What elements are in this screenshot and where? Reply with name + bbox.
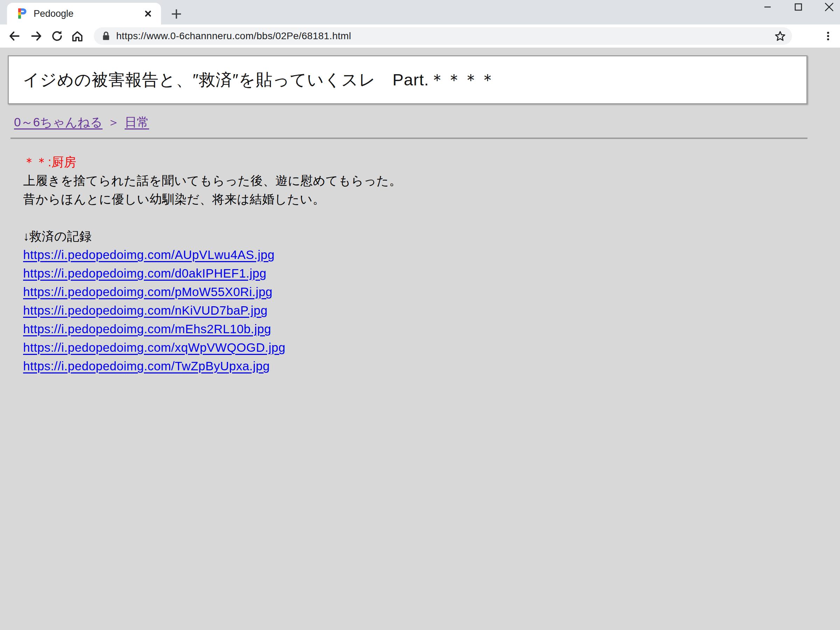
image-links-list: https://i.pedopedoimg.com/AUpVLwu4AS.jpg… — [23, 245, 401, 375]
browser-toolbar: https://www.0-6channneru.com/bbs/02Pe/68… — [0, 25, 840, 47]
browser-window: Pedoogle — [0, 0, 840, 630]
post-author-line: ＊＊:厨房 — [23, 153, 401, 171]
tab-close-icon[interactable] — [142, 8, 154, 20]
post-body: ＊＊:厨房 上履きを捨てられた話を聞いてもらった後、遊に慰めてもらった。 昔から… — [23, 153, 401, 375]
lock-icon[interactable] — [101, 31, 111, 41]
image-link[interactable]: https://i.pedopedoimg.com/d0akIPHEF1.jpg — [23, 264, 266, 283]
minimize-icon[interactable] — [762, 2, 773, 12]
favicon-pedoogle-icon — [16, 7, 27, 20]
address-bar[interactable]: https://www.0-6channneru.com/bbs/02Pe/68… — [94, 27, 792, 45]
window-close-icon[interactable] — [824, 2, 834, 12]
tab-title: Pedoogle — [33, 8, 74, 19]
forward-icon[interactable] — [30, 29, 43, 43]
image-link[interactable]: https://i.pedopedoimg.com/nKiVUD7baP.jpg — [23, 301, 267, 319]
image-link[interactable]: https://i.pedopedoimg.com/xqWpVWQOGD.jpg — [23, 338, 285, 357]
back-icon[interactable] — [8, 29, 21, 43]
post-text-line: 昔からほんとに優しい幼馴染だ、将来は結婚したい。 — [23, 190, 401, 208]
bookmark-star-icon[interactable] — [773, 29, 787, 43]
window-controls — [762, 1, 834, 13]
image-link[interactable]: https://i.pedopedoimg.com/mEhs2RL10b.jpg — [23, 319, 271, 338]
home-icon[interactable] — [71, 29, 84, 43]
image-link[interactable]: https://i.pedopedoimg.com/pMoW55X0Ri.jpg — [23, 283, 273, 301]
breadcrumb-separator: ＞ — [107, 115, 120, 129]
browser-tab[interactable]: Pedoogle — [7, 3, 161, 25]
new-tab-icon[interactable] — [169, 6, 184, 22]
post-text-line: 上履きを捨てられた話を聞いてもらった後、遊に慰めてもらった。 — [23, 171, 401, 190]
blank-line — [23, 208, 401, 227]
breadcrumb: 0～6ちゃんねる＞日常 — [14, 114, 149, 131]
horizontal-divider — [11, 137, 807, 139]
image-link[interactable]: https://i.pedopedoimg.com/AUpVLwu4AS.jpg — [23, 245, 275, 264]
breadcrumb-category-link[interactable]: 日常 — [125, 115, 149, 129]
thread-title: イジめの被害報告と、″救済″を貼っていくスレ Part.＊＊＊＊ — [23, 69, 496, 91]
records-label: ↓救済の記録 — [23, 227, 401, 245]
reload-icon[interactable] — [51, 29, 64, 43]
tab-strip: Pedoogle — [0, 0, 840, 25]
image-link[interactable]: https://i.pedopedoimg.com/TwZpByUpxa.jpg — [23, 357, 270, 375]
page-content: イジめの被害報告と、″救済″を貼っていくスレ Part.＊＊＊＊ 0～6ちゃんね… — [0, 47, 840, 630]
thread-title-box: イジめの被害報告と、″救済″を貼っていくスレ Part.＊＊＊＊ — [8, 55, 807, 104]
maximize-icon[interactable] — [793, 2, 804, 12]
menu-dots-icon[interactable] — [821, 29, 835, 43]
url-text: https://www.0-6channneru.com/bbs/02Pe/68… — [116, 30, 351, 42]
breadcrumb-home-link[interactable]: 0～6ちゃんねる — [14, 115, 103, 129]
